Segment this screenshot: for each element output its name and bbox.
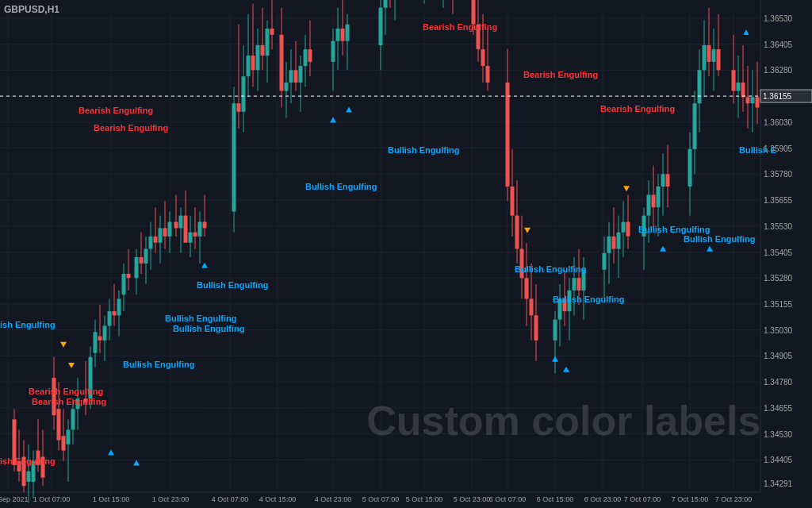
chart-container: GBPUSD,H1 Custom color labels Bearish En… — [0, 0, 812, 508]
chart-canvas — [0, 0, 812, 508]
symbol-info: GBPUSD,H1 — [4, 4, 59, 15]
